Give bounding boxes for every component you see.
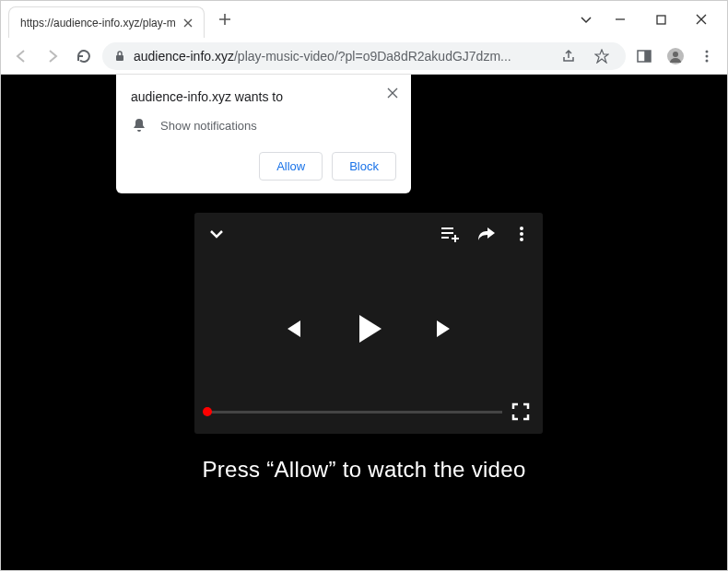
more-icon[interactable] xyxy=(513,226,530,242)
play-icon[interactable] xyxy=(350,310,387,347)
progress-bar[interactable] xyxy=(207,411,502,414)
svg-point-11 xyxy=(520,232,523,236)
prompt-body-text: Show notifications xyxy=(160,119,257,133)
prompt-body: Show notifications xyxy=(131,117,396,134)
close-tab-icon[interactable] xyxy=(183,18,193,28)
close-window-button[interactable] xyxy=(681,6,722,33)
svg-rect-0 xyxy=(657,16,665,24)
page-caption: Press “Allow” to watch the video xyxy=(1,457,727,483)
address-bar[interactable]: audience-info.xyz/play-music-video/?pl=o… xyxy=(102,42,626,70)
playlist-add-icon[interactable] xyxy=(440,224,460,244)
progress-thumb[interactable] xyxy=(203,407,212,416)
player-controls xyxy=(194,255,543,402)
url-text: audience-info.xyz/play-music-video/?pl=o… xyxy=(134,49,548,64)
forward-button[interactable] xyxy=(40,43,65,69)
prompt-buttons: Allow Block xyxy=(131,152,396,181)
reload-button[interactable] xyxy=(71,43,97,69)
tab-dropdown-icon[interactable] xyxy=(572,13,600,26)
share-arrow-icon[interactable] xyxy=(476,224,497,244)
svg-point-7 xyxy=(706,50,709,52)
notification-permission-prompt: audience-info.xyz wants to Show notifica… xyxy=(116,75,411,193)
browser-window: https://audience-info.xyz/play-m xyxy=(0,0,728,571)
back-button[interactable] xyxy=(8,43,34,69)
svg-point-12 xyxy=(520,238,523,241)
svg-point-10 xyxy=(520,227,523,230)
title-bar: https://audience-info.xyz/play-m xyxy=(1,1,727,38)
svg-point-8 xyxy=(706,54,709,57)
block-button[interactable]: Block xyxy=(332,152,396,181)
menu-icon[interactable] xyxy=(694,43,720,69)
player-bottom-bar xyxy=(194,402,543,434)
maximize-button[interactable] xyxy=(640,6,681,33)
url-domain: audience-info.xyz xyxy=(134,49,234,64)
svg-point-6 xyxy=(673,52,678,57)
svg-rect-1 xyxy=(116,55,123,61)
previous-track-icon[interactable] xyxy=(280,317,304,341)
player-top-right xyxy=(440,224,530,244)
svg-rect-4 xyxy=(645,51,651,62)
window-controls xyxy=(572,1,722,38)
prompt-title: audience-info.xyz wants to xyxy=(131,89,396,104)
chevron-down-icon[interactable] xyxy=(207,225,226,243)
page-content: audience-info.xyz wants to Show notifica… xyxy=(1,75,727,570)
fullscreen-icon[interactable] xyxy=(511,402,530,421)
svg-point-9 xyxy=(706,59,709,62)
new-tab-button[interactable] xyxy=(214,8,236,30)
browser-toolbar: audience-info.xyz/play-music-video/?pl=o… xyxy=(1,38,727,75)
tab-title: https://audience-info.xyz/play-m xyxy=(20,17,176,29)
bookmark-icon[interactable] xyxy=(589,43,615,69)
minimize-button[interactable] xyxy=(600,6,640,33)
side-panel-icon[interactable] xyxy=(631,43,657,69)
player-top-bar xyxy=(194,213,543,255)
next-track-icon[interactable] xyxy=(433,317,457,341)
video-player xyxy=(194,213,543,434)
share-icon[interactable] xyxy=(556,43,581,69)
allow-button[interactable]: Allow xyxy=(259,152,323,181)
browser-tab[interactable]: https://audience-info.xyz/play-m xyxy=(8,6,205,38)
bell-icon xyxy=(131,117,147,134)
close-prompt-icon[interactable] xyxy=(383,84,402,102)
lock-icon xyxy=(113,50,126,63)
url-path: /play-music-video/?pl=o9Da8dR2akudGJ7dzm… xyxy=(234,49,511,64)
profile-icon[interactable] xyxy=(663,43,688,69)
